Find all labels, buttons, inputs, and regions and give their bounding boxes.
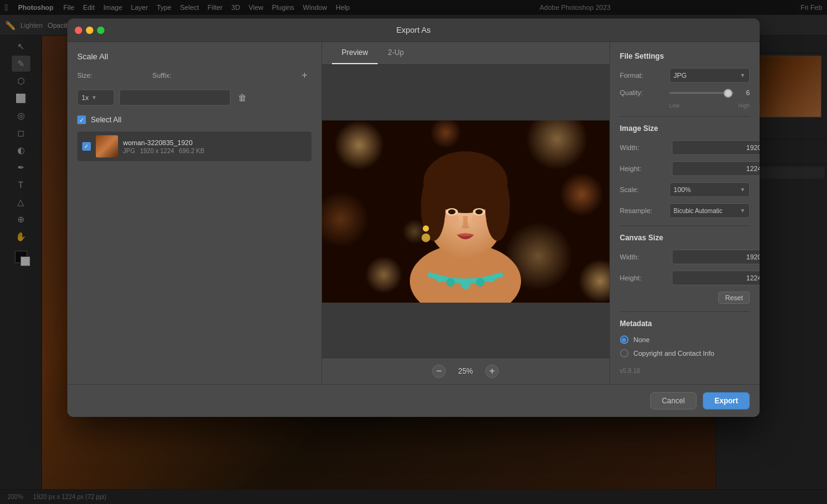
size-suffix-header: Size: Suffix: +	[77, 69, 312, 82]
select-all-row: ✓ Select All	[77, 116, 312, 124]
dialog-center-pane: Preview 2-Up	[322, 42, 609, 384]
dialog-title: Export As	[396, 25, 431, 35]
export-as-dialog: Export As Scale All Size: Suffix: + 1x ▼	[67, 19, 760, 417]
scale-label: Scale:	[620, 186, 669, 193]
dialog-overlay: Export As Scale All Size: Suffix: + 1x ▼	[0, 0, 827, 504]
add-scale-button[interactable]: +	[298, 69, 312, 82]
quality-high-label: High	[738, 103, 750, 109]
resample-chevron-icon: ▼	[740, 208, 745, 214]
suffix-column-label: Suffix:	[153, 72, 293, 79]
canvas-height-row: Height: px	[620, 271, 750, 285]
file-list-item[interactable]: ✓ woman-3220835_1920 JPG 1920 x 1224 696…	[77, 132, 312, 161]
zoom-level-display: 25%	[453, 367, 478, 376]
select-all-label: Select All	[91, 116, 121, 124]
file-thumbnail	[96, 135, 118, 158]
svg-point-27	[488, 275, 495, 282]
metadata-copyright-label: Copyright and Contact Info	[634, 350, 715, 357]
preview-tabs: Preview 2-Up	[322, 42, 609, 65]
width-row: Width: px	[620, 140, 750, 155]
svg-point-14	[485, 173, 510, 241]
cancel-button[interactable]: Cancel	[650, 392, 697, 410]
scale-dropdown-chevron-icon: ▼	[740, 187, 745, 193]
resample-label: Resample:	[620, 207, 669, 214]
portrait-svg	[322, 120, 609, 303]
file-checkmark-icon: ✓	[84, 143, 89, 149]
resample-row: Resample: Bicubic Automatic ▼	[620, 203, 750, 218]
scale-all-heading: Scale All	[77, 52, 312, 61]
select-all-checkbox[interactable]: ✓	[77, 116, 86, 124]
scale-controls-row: 1x ▼ 🗑	[77, 90, 312, 106]
metadata-copyright-radio[interactable]	[620, 349, 629, 358]
zoom-out-button[interactable]: −	[432, 364, 446, 378]
canvas-width-row: Width: px	[620, 250, 750, 264]
svg-point-26	[476, 278, 485, 287]
version-label: v5.8.18	[620, 368, 750, 374]
quality-range-labels: Low High	[669, 103, 750, 109]
canvas-width-label: Width:	[620, 253, 669, 261]
suffix-input[interactable]	[119, 90, 231, 106]
format-chevron-icon: ▼	[740, 72, 745, 78]
dialog-body: Scale All Size: Suffix: + 1x ▼ 🗑	[67, 42, 760, 384]
zoom-controls: − 25% +	[322, 358, 609, 384]
scale-dropdown-value: 100%	[674, 186, 691, 193]
minimize-button[interactable]	[86, 27, 93, 34]
scale-value: 1x	[82, 94, 89, 101]
checkmark-icon: ✓	[79, 117, 84, 124]
file-name: woman-3220835_1920	[123, 139, 307, 146]
canvas-height-input[interactable]	[672, 271, 760, 285]
zoom-in-button[interactable]: +	[485, 364, 499, 378]
svg-point-24	[446, 278, 455, 287]
height-input[interactable]	[672, 161, 760, 176]
canvas-width-input[interactable]	[672, 250, 760, 264]
divider-2	[620, 225, 750, 226]
dialog-footer: Cancel Export	[67, 384, 760, 417]
resample-dropdown[interactable]: Bicubic Automatic ▼	[669, 203, 750, 218]
quality-label: Quality:	[620, 89, 669, 96]
dialog-left-pane: Scale All Size: Suffix: + 1x ▼ 🗑	[67, 42, 322, 384]
traffic-lights	[75, 27, 104, 34]
file-info: woman-3220835_1920 JPG 1920 x 1224 696.2…	[123, 139, 307, 154]
file-size: 696.2 KB	[179, 148, 205, 154]
scale-row: Scale: 100% ▼	[620, 182, 750, 197]
format-row: Format: JPG ▼	[620, 68, 750, 83]
divider-3	[620, 311, 750, 312]
svg-point-23	[436, 275, 443, 282]
scale-dropdown[interactable]: 100% ▼	[669, 182, 750, 197]
preview-image	[322, 120, 609, 303]
maximize-button[interactable]	[97, 27, 104, 34]
dialog-right-pane: File Settings Format: JPG ▼ Quality:	[609, 42, 760, 384]
file-dimensions: 1920 x 1224	[140, 148, 174, 154]
metadata-none-label: None	[634, 336, 650, 343]
quality-slider[interactable]	[669, 92, 734, 94]
quality-row: Quality: 6	[620, 89, 750, 96]
canvas-height-label: Height:	[620, 274, 669, 282]
quality-value: 6	[737, 89, 750, 96]
metadata-title: Metadata	[620, 319, 750, 328]
width-input[interactable]	[672, 140, 760, 155]
tab-2up[interactable]: 2-Up	[378, 42, 414, 64]
height-label: Height:	[620, 165, 669, 172]
reset-button[interactable]: Reset	[718, 292, 750, 304]
delete-scale-button[interactable]: 🗑	[235, 91, 249, 104]
quality-thumb[interactable]	[724, 89, 732, 98]
file-meta: JPG 1920 x 1224 696.2 KB	[123, 148, 307, 154]
canvas-size-title: Canvas Size	[620, 233, 750, 242]
metadata-none-radio[interactable]	[620, 335, 629, 344]
svg-point-20	[475, 209, 483, 214]
image-size-title: Image Size	[620, 124, 750, 133]
format-value: JPG	[674, 72, 687, 79]
svg-point-3	[560, 173, 603, 216]
scale-dropdown[interactable]: 1x ▼	[77, 90, 114, 106]
resample-value: Bicubic Automatic	[674, 208, 723, 214]
quality-slider-container: 6	[669, 89, 750, 96]
export-button[interactable]: Export	[703, 392, 750, 410]
svg-point-22	[422, 233, 430, 242]
metadata-none-row: None	[620, 335, 750, 344]
file-checkbox[interactable]: ✓	[82, 142, 91, 151]
close-button[interactable]	[75, 27, 82, 34]
divider-1	[620, 116, 750, 117]
format-dropdown[interactable]: JPG ▼	[669, 68, 750, 83]
quality-low-label: Low	[669, 103, 680, 109]
tab-preview[interactable]: Preview	[332, 42, 378, 64]
file-format: JPG	[123, 148, 135, 154]
